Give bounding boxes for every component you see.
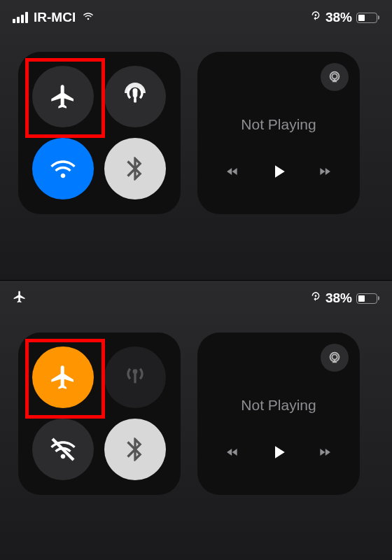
forward-button[interactable] <box>314 445 335 462</box>
status-right: 38% <box>310 290 379 306</box>
rewind-button[interactable] <box>222 445 243 462</box>
battery-icon <box>356 293 379 304</box>
cellular-signal-icon <box>13 12 28 23</box>
media-status-label: Not Playing <box>241 397 316 414</box>
airplay-button[interactable] <box>321 344 349 372</box>
play-button[interactable] <box>268 161 289 185</box>
forward-button[interactable] <box>314 164 335 181</box>
svg-point-0 <box>315 14 317 16</box>
rotation-lock-icon <box>310 10 321 25</box>
svg-rect-2 <box>134 93 136 102</box>
connectivity-panel[interactable] <box>18 52 181 214</box>
wifi-button[interactable] <box>32 138 94 200</box>
status-right: 38% <box>310 10 379 25</box>
status-left <box>13 290 27 307</box>
media-panel[interactable]: Not Playing <box>197 332 360 495</box>
battery-percent-label: 38% <box>326 290 352 306</box>
battery-percent-label: 38% <box>326 10 352 25</box>
carrier-label: IR-MCI <box>34 10 76 25</box>
rotation-lock-icon <box>310 290 321 306</box>
media-controls <box>222 442 335 465</box>
media-panel[interactable]: Not Playing <box>197 52 360 214</box>
status-bar: 38% <box>0 281 392 316</box>
wifi-off-button[interactable] <box>32 419 94 480</box>
battery-icon <box>356 13 379 23</box>
rewind-button[interactable] <box>222 164 243 181</box>
svg-point-6 <box>133 369 138 374</box>
airplane-mode-button[interactable] <box>32 66 94 127</box>
airplane-mode-icon <box>13 290 27 307</box>
bluetooth-button[interactable] <box>104 419 166 480</box>
svg-point-1 <box>133 88 138 93</box>
svg-point-4 <box>332 74 337 78</box>
control-center-after: 38% Not Play <box>0 280 392 560</box>
svg-point-10 <box>332 354 337 359</box>
airplane-mode-button[interactable] <box>32 346 94 408</box>
media-status-label: Not Playing <box>241 116 316 133</box>
control-center-before: IR-MCI 38% <box>0 0 392 280</box>
media-controls <box>222 161 335 185</box>
cellular-data-button[interactable] <box>104 346 166 408</box>
status-bar: IR-MCI 38% <box>0 0 392 35</box>
svg-point-5 <box>315 295 317 297</box>
wifi-icon <box>81 10 95 25</box>
svg-rect-7 <box>134 374 136 383</box>
connectivity-panel[interactable] <box>18 332 181 495</box>
status-left: IR-MCI <box>13 10 95 25</box>
play-button[interactable] <box>268 442 289 465</box>
cellular-data-button[interactable] <box>104 66 166 127</box>
bluetooth-button[interactable] <box>104 138 166 200</box>
airplay-button[interactable] <box>321 63 349 91</box>
